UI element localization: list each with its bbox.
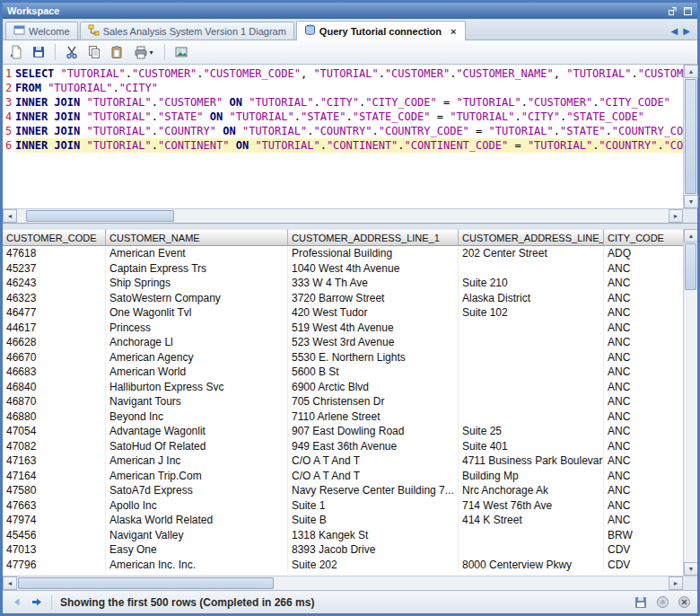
table-cell[interactable]: 47618 (3, 246, 106, 261)
table-cell[interactable]: Nrc Anchorage Ak (459, 483, 604, 498)
table-cell[interactable] (459, 380, 604, 395)
window-titlebar[interactable]: Workspace (3, 3, 697, 19)
table-cell[interactable]: 420 West Tudor (288, 305, 459, 321)
scroll-left-icon[interactable]: ◄ (3, 576, 17, 590)
grid-vertical-scrollbar[interactable]: ▲ ▼ (683, 229, 697, 576)
table-row[interactable]: 47974Alaska World RelatedSuite B414 K St… (3, 513, 683, 528)
table-cell[interactable]: Suite 401 (459, 439, 604, 454)
table-cell[interactable]: American Event (106, 246, 288, 261)
scrollbar-thumb[interactable] (685, 79, 696, 194)
tab-query-tutorial-connection[interactable]: Query Tutorial connection × (296, 21, 467, 40)
table-cell[interactable]: 45237 (3, 261, 106, 277)
editor-line[interactable]: 6INNER JOIN "TUTORIAL"."CONTINENT" ON "T… (3, 138, 683, 153)
copy-icon[interactable] (84, 42, 104, 62)
editor-vertical-scrollbar[interactable]: ▲ ▼ (683, 65, 697, 208)
table-row[interactable]: 46683American World5600 B StANC (3, 365, 683, 380)
table-cell[interactable]: American J Inc (106, 453, 288, 469)
scrollbar-thumb[interactable] (685, 243, 696, 290)
column-header[interactable]: CUSTOMER_ADDRESS_LINE_1 (288, 229, 459, 246)
table-cell[interactable]: Professional Building (288, 246, 459, 261)
table-cell[interactable]: ANC (604, 291, 683, 306)
maximize-icon[interactable] (682, 5, 693, 16)
table-cell[interactable]: SatoHud Of Related (106, 439, 288, 454)
table-cell[interactable] (459, 365, 604, 380)
back-arrow-icon[interactable] (9, 595, 23, 610)
table-cell[interactable]: 333 W 4 Th Ave (288, 276, 459, 291)
scroll-up-icon[interactable]: ▲ (684, 65, 698, 78)
table-cell[interactable]: ANC (604, 409, 683, 425)
column-header[interactable]: CUSTOMER_NAME (106, 229, 288, 246)
tab-scroll-right-icon[interactable]: ▶ (683, 26, 690, 36)
table-cell[interactable]: 46870 (3, 394, 106, 409)
table-cell[interactable]: 47163 (3, 453, 106, 469)
table-cell[interactable]: 47580 (3, 483, 106, 498)
table-cell[interactable]: ANC (604, 439, 683, 454)
table-cell[interactable]: ADQ (604, 246, 683, 261)
scroll-right-icon[interactable]: ► (669, 209, 683, 223)
table-cell[interactable]: 5600 B St (288, 365, 459, 380)
table-row[interactable]: 46477One Wagonlit Tvl420 West TudorSuite… (3, 305, 683, 321)
table-cell[interactable]: 46628 (3, 335, 106, 350)
table-cell[interactable]: Navy Reserve Center Building 7... (288, 483, 459, 498)
table-cell[interactable]: Alaska World Related (106, 513, 288, 528)
table-row[interactable]: 46840Halliburton Express Svc6900 Arctic … (3, 380, 683, 395)
table-cell[interactable] (459, 542, 604, 558)
table-cell[interactable]: CDV (604, 542, 683, 558)
table-row[interactable]: 45237Captain Express Trs1040 West 4th Av… (3, 261, 683, 277)
table-cell[interactable]: Navigant Tours (106, 394, 288, 409)
table-cell[interactable]: Alaska District (459, 291, 604, 306)
float-icon[interactable] (667, 5, 678, 16)
table-cell[interactable] (459, 321, 604, 336)
table-row[interactable]: 47163American J IncC/O A T And T4711 Bus… (3, 453, 683, 469)
table-cell[interactable]: 1040 West 4th Avenue (288, 261, 459, 277)
table-cell[interactable]: Suite 25 (459, 424, 604, 439)
tab-sales-analysis-diagram[interactable]: Sales Analysis System Version 1 Diagram (80, 22, 294, 40)
table-cell[interactable]: 46477 (3, 305, 106, 321)
table-cell[interactable]: ANC (604, 276, 683, 291)
table-cell[interactable]: CDV (604, 558, 683, 573)
table-cell[interactable]: Halliburton Express Svc (106, 380, 288, 395)
table-row[interactable]: 47054Advantage Wagonlit907 East Dowling … (3, 424, 683, 439)
column-header[interactable]: CITY_CODE (604, 229, 683, 246)
table-cell[interactable]: Suite 210 (459, 276, 604, 291)
tab-welcome[interactable]: Welcome (5, 22, 78, 40)
table-cell[interactable]: 519 West 4th Avenue (288, 321, 459, 336)
table-cell[interactable]: 46670 (3, 350, 106, 365)
table-cell[interactable]: 5530 E. Northern Lights (288, 350, 459, 365)
new-file-icon[interactable] (6, 42, 26, 62)
print-dropdown-chevron[interactable]: ▾ (149, 48, 153, 57)
table-cell[interactable]: 47082 (3, 439, 106, 454)
detach-icon[interactable] (655, 595, 669, 610)
scroll-left-icon[interactable]: ◄ (3, 209, 17, 223)
table-cell[interactable]: 47164 (3, 469, 106, 484)
table-cell[interactable]: ANC (604, 350, 683, 365)
table-cell[interactable]: ANC (604, 335, 683, 350)
table-cell[interactable]: 3720 Barrow Street (288, 291, 459, 306)
table-cell[interactable]: 7110 Arlene Street (288, 409, 459, 425)
table-cell[interactable]: C/O A T And T (288, 453, 459, 469)
table-cell[interactable]: 714 West 76th Ave (459, 498, 604, 514)
table-cell[interactable] (459, 394, 604, 409)
table-cell[interactable]: 46880 (3, 409, 106, 425)
scrollbar-thumb[interactable] (18, 577, 274, 589)
column-header[interactable]: CUSTOMER_ADDRESS_LINE_2 (459, 229, 604, 246)
table-cell[interactable]: ANC (604, 483, 683, 498)
table-cell[interactable]: Advantage Wagonlit (106, 424, 288, 439)
table-row[interactable]: 47618American EventProfessional Building… (3, 246, 683, 261)
table-row[interactable]: 46880Beyond Inc7110 Arlene StreetANC (3, 409, 683, 425)
scroll-right-icon[interactable]: ► (669, 576, 683, 590)
tab-close-icon[interactable]: × (449, 26, 458, 37)
table-cell[interactable]: Navigant Valley (106, 528, 288, 543)
table-cell[interactable]: Suite 102 (459, 305, 604, 321)
print-icon[interactable]: ▾ (129, 42, 158, 62)
editor-line[interactable]: 2FROM "TUTORIAL"."CITY" (3, 81, 683, 95)
table-row[interactable]: 47796American Inc. Inc.Suite 2028000 Cen… (3, 558, 683, 573)
table-row[interactable]: 46670American Agency5530 E. Northern Lig… (3, 350, 683, 365)
tab-scroll-left-icon[interactable]: ◀ (671, 26, 678, 36)
table-cell[interactable]: 47974 (3, 513, 106, 528)
editor-line[interactable]: 3INNER JOIN "TUTORIAL"."CUSTOMER" ON "TU… (3, 95, 683, 110)
table-cell[interactable] (459, 335, 604, 350)
table-cell[interactable]: C/O A T And T (288, 469, 459, 484)
table-cell[interactable]: Apollo Inc (106, 498, 288, 514)
grid-horizontal-scrollbar[interactable]: ◄ ► (3, 576, 697, 590)
